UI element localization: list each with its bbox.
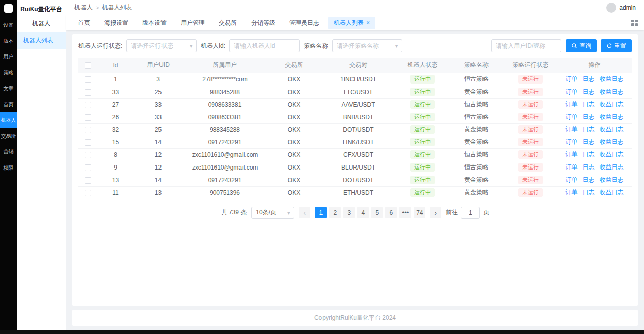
action-orders[interactable]: 订单 (566, 88, 578, 95)
row-checkbox[interactable] (85, 164, 91, 171)
tab-用户管理[interactable]: 用户管理 (175, 17, 210, 29)
tab-海报设置[interactable]: 海报设置 (99, 17, 134, 29)
search-button[interactable]: 查询 (566, 39, 597, 52)
tab-版本设置[interactable]: 版本设置 (137, 17, 172, 29)
row-checkbox[interactable] (85, 190, 91, 196)
sidebar-item-home[interactable]: 首页 (0, 97, 17, 113)
action-logs[interactable]: 日志 (583, 138, 595, 145)
cell-exchange: OKX (268, 123, 320, 136)
row-checkbox[interactable] (85, 76, 91, 83)
row-checkbox[interactable] (85, 177, 91, 184)
row-checkbox[interactable] (85, 89, 91, 96)
sidebar-item-users[interactable]: 用户 (0, 49, 17, 65)
cell-owner: 0917243291 (182, 174, 268, 186)
page-button-1[interactable]: 1 (315, 207, 327, 218)
cell-actions: 订单日志收益日志 (557, 86, 632, 98)
breadcrumb-item[interactable]: 机器人 (74, 3, 93, 12)
action-orders[interactable]: 订单 (566, 176, 578, 183)
sidebar-item-strategy[interactable]: 策略 (0, 65, 17, 81)
sidebar-item-exchange[interactable]: 交易所 (0, 128, 17, 144)
action-orders[interactable]: 订单 (566, 113, 578, 120)
goto-page-input[interactable] (461, 207, 480, 219)
row-checkbox[interactable] (85, 152, 91, 158)
page-button-3[interactable]: 3 (343, 207, 355, 218)
action-logs[interactable]: 日志 (583, 163, 595, 171)
page-button-4[interactable]: 4 (357, 207, 369, 218)
prev-page-button[interactable] (299, 207, 310, 218)
avatar[interactable] (606, 3, 616, 13)
action-profit-logs[interactable]: 收益日志 (600, 126, 624, 133)
topbar: 机器人>机器人列表 admin (66, 0, 644, 15)
action-logs[interactable]: 日志 (583, 126, 595, 133)
tab-管理员日志[interactable]: 管理员日志 (284, 17, 325, 29)
row-checkbox[interactable] (85, 127, 91, 133)
cell-strategy: 黄金策略 (449, 123, 504, 136)
action-profit-logs[interactable]: 收益日志 (600, 113, 624, 120)
select-all-checkbox[interactable] (85, 62, 91, 69)
cell-uid: 25 (134, 86, 182, 98)
submenu-group-robot[interactable]: 机器人 (17, 17, 66, 32)
breadcrumb-item[interactable]: 机器人列表 (102, 3, 132, 12)
action-logs[interactable]: 日志 (583, 75, 595, 82)
tab-label: 版本设置 (142, 19, 167, 27)
page-size-select[interactable]: 10条/页 (251, 207, 294, 219)
tab-首页[interactable]: 首页 (72, 17, 96, 29)
page-button-6[interactable]: 6 (385, 207, 397, 218)
username: admin (619, 4, 636, 11)
action-logs[interactable]: 日志 (583, 151, 595, 158)
checkbox-cell (78, 98, 97, 111)
sidebar-item-settings[interactable]: 设置 (0, 17, 17, 33)
cell-id: 15 (97, 136, 134, 148)
cell-owner: 900751396 (182, 186, 268, 199)
tab-机器人列表[interactable]: 机器人列表× (328, 17, 375, 29)
cell-id: 11 (97, 186, 134, 199)
action-orders[interactable]: 订单 (566, 126, 578, 133)
action-orders[interactable]: 订单 (566, 101, 578, 108)
row-checkbox[interactable] (85, 139, 91, 146)
tab-分销等级[interactable]: 分销等级 (246, 17, 281, 29)
action-logs[interactable]: 日志 (583, 88, 595, 95)
action-orders[interactable]: 订单 (566, 163, 578, 171)
action-profit-logs[interactable]: 收益日志 (600, 88, 624, 95)
sidebar-item-articles[interactable]: 文章 (0, 80, 17, 97)
close-icon[interactable]: × (366, 20, 370, 26)
robot-id-input[interactable] (234, 42, 295, 49)
action-logs[interactable]: 日志 (583, 176, 595, 183)
reset-button[interactable]: 重置 (601, 39, 632, 52)
action-profit-logs[interactable]: 收益日志 (600, 189, 624, 196)
sidebar-item-marketing[interactable]: 营销 (0, 144, 17, 160)
strategy-select[interactable]: 请选择策略名称 (332, 39, 403, 52)
action-orders[interactable]: 订单 (566, 151, 578, 158)
page-button-74[interactable]: 74 (414, 207, 425, 218)
action-profit-logs[interactable]: 收益日志 (600, 138, 624, 145)
status-select[interactable]: 请选择运行状态 (126, 39, 197, 52)
sidebar-item-permissions[interactable]: 权限 (0, 160, 17, 176)
action-orders[interactable]: 订单 (566, 138, 578, 145)
more-pages-button[interactable]: ••• (399, 207, 411, 218)
page-button-2[interactable]: 2 (329, 207, 341, 218)
action-logs[interactable]: 日志 (583, 101, 595, 108)
row-checkbox[interactable] (85, 114, 91, 121)
action-orders[interactable]: 订单 (566, 75, 578, 82)
action-logs[interactable]: 日志 (583, 113, 595, 120)
cell-pair: ETH/USDT (320, 186, 396, 199)
next-page-button[interactable] (430, 207, 441, 218)
action-orders[interactable]: 订单 (566, 189, 578, 196)
cell-exchange: OKX (268, 98, 320, 111)
action-profit-logs[interactable]: 收益日志 (600, 176, 624, 183)
sidebar-item-robots[interactable]: 机器人 (0, 112, 17, 128)
action-profit-logs[interactable]: 收益日志 (600, 101, 624, 108)
user-search-input[interactable] (496, 42, 557, 49)
sidebar-item-version[interactable]: 版本 (0, 33, 17, 49)
tabs-grid-icon[interactable] (631, 20, 638, 26)
action-logs[interactable]: 日志 (583, 189, 595, 196)
submenu-item-robot-list[interactable]: 机器人列表 (17, 32, 66, 49)
action-profit-logs[interactable]: 收益日志 (600, 75, 624, 82)
page-button-5[interactable]: 5 (371, 207, 383, 218)
tab-label: 交易所 (219, 19, 237, 27)
action-profit-logs[interactable]: 收益日志 (600, 163, 624, 171)
tab-交易所[interactable]: 交易所 (213, 17, 243, 29)
row-checkbox[interactable] (85, 102, 91, 108)
rail-sidebar: 设置版本用户策略文章首页机器人交易所营销权限 (0, 0, 17, 330)
action-profit-logs[interactable]: 收益日志 (600, 151, 624, 158)
